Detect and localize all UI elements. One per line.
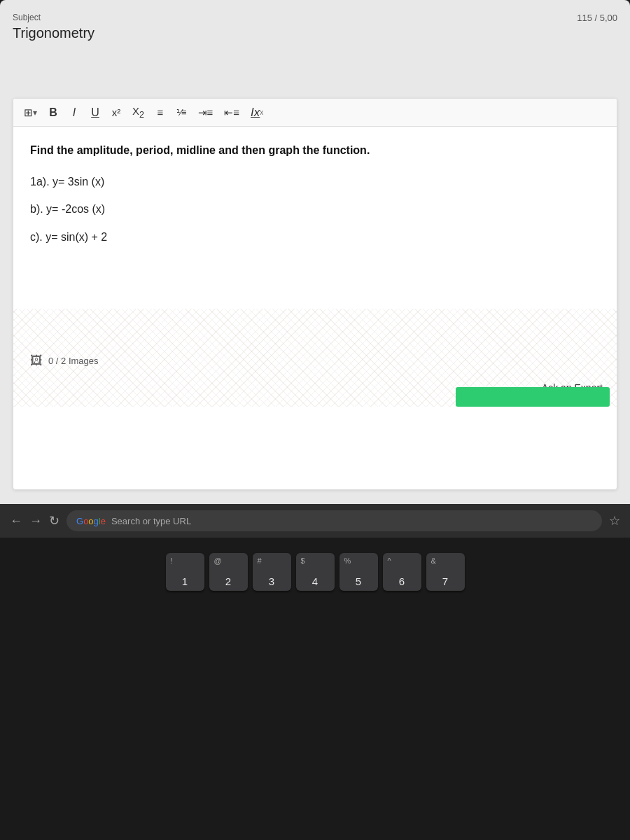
clear-format-label: Ix [251, 106, 260, 120]
numbered-list-button[interactable]: ⅟≡ [173, 105, 190, 120]
unordered-list-button[interactable]: ≡ [152, 104, 169, 120]
line-1a: 1a). y= 3sin (x) [30, 172, 600, 191]
keyboard: ! 1 @ 2 # 3 $ 4 % 5 ^ 6 & 7 [0, 546, 630, 840]
word-count: 115 / 5,00 [577, 13, 617, 23]
key-5[interactable]: % 5 [340, 553, 378, 591]
numbered-list-icon: ⅟≡ [176, 107, 187, 118]
bold-button[interactable]: B [45, 104, 62, 121]
forward-button[interactable]: → [29, 514, 42, 528]
italic-label: I [73, 106, 76, 119]
subscript-button[interactable]: X2 [129, 103, 148, 122]
address-bar[interactable]: Google Search or type URL [66, 510, 602, 531]
bold-label: B [49, 106, 57, 119]
indent-right-button[interactable]: ⇥≡ [195, 104, 217, 121]
indent-left-icon: ⇤≡ [224, 106, 239, 119]
key-2[interactable]: @ 2 [209, 553, 248, 591]
italic-button[interactable]: I [66, 104, 83, 121]
key-row-numbers: ! 1 @ 2 # 3 $ 4 % 5 ^ 6 & 7 [14, 553, 616, 591]
google-icon: Google [76, 516, 106, 526]
superscript-label: x² [112, 106, 121, 118]
toolbar: ⊞ ▾ B I U x² X2 ≡ ⅟≡ [13, 99, 617, 127]
subscript-label: X2 [132, 105, 144, 120]
underline-label: U [91, 106, 99, 119]
superscript-button[interactable]: x² [108, 104, 125, 120]
editor-content[interactable]: Find the amplitude, period, midline and … [13, 127, 617, 407]
key-1[interactable]: ! 1 [166, 553, 204, 591]
grid-button[interactable]: ⊞ ▾ [20, 104, 41, 121]
chevron-down-icon: ▾ [33, 108, 37, 118]
subject-label: Subject Trigonometry [13, 13, 94, 42]
underline-button[interactable]: U [87, 104, 104, 121]
unordered-list-icon: ≡ [158, 106, 164, 118]
subject-title: Trigonometry [13, 24, 94, 42]
key-6[interactable]: ^ 6 [383, 553, 421, 591]
browser-bar: ← → ↻ Google Search or type URL ☆ [0, 504, 630, 538]
indent-right-icon: ⇥≡ [198, 106, 214, 119]
ask-expert-green-button[interactable] [456, 387, 610, 407]
image-upload[interactable]: 🖼 0 / 2 Images [30, 350, 99, 372]
search-placeholder: Search or type URL [111, 516, 191, 526]
editor-container: ⊞ ▾ B I U x² X2 ≡ ⅟≡ [13, 98, 617, 490]
instruction-text: Find the amplitude, period, midline and … [30, 141, 600, 160]
key-3[interactable]: # 3 [253, 553, 291, 591]
line-c: c). y= sin(x) + 2 [30, 227, 600, 246]
indent-left-button[interactable]: ⇤≡ [220, 104, 243, 121]
image-icon: 🖼 [30, 350, 43, 372]
back-button[interactable]: ← [10, 514, 22, 528]
refresh-button[interactable]: ↻ [49, 513, 59, 528]
clear-format-button[interactable]: Ixx [247, 104, 267, 122]
screen: Subject Trigonometry 115 / 5,00 ⊞ ▾ B I … [0, 0, 630, 532]
grid-icon: ⊞ [24, 106, 33, 119]
line-b: b). y= -2cos (x) [30, 200, 600, 218]
key-7[interactable]: & 7 [426, 553, 465, 591]
bookmark-icon[interactable]: ☆ [609, 513, 620, 528]
image-count: 0 / 2 Images [48, 354, 99, 369]
subject-text: Subject [13, 13, 94, 24]
key-4[interactable]: $ 4 [296, 553, 335, 591]
